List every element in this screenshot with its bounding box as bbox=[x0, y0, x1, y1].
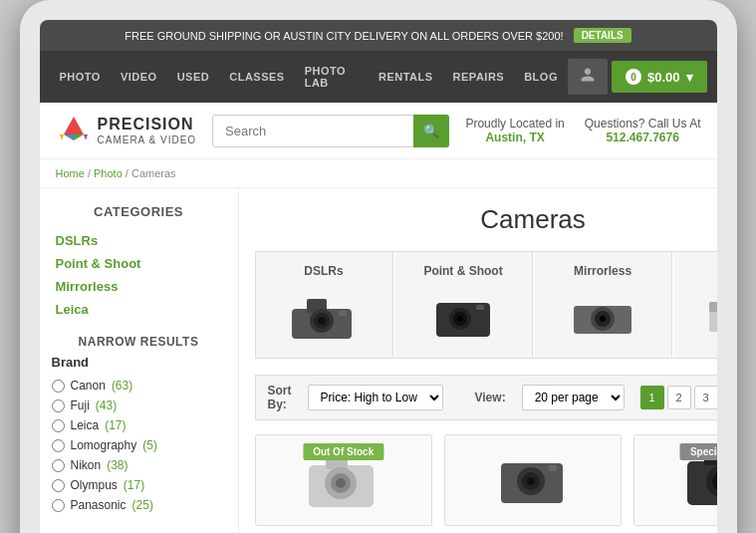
svg-point-30 bbox=[336, 478, 346, 488]
sidebar-cat-leica[interactable]: Leica bbox=[52, 298, 226, 321]
brand-panasonic-radio[interactable] bbox=[52, 499, 65, 512]
user-icon-button[interactable] bbox=[568, 59, 608, 95]
content-area: Cameras DSLRs bbox=[239, 188, 717, 533]
nav-used[interactable]: USED bbox=[167, 57, 220, 97]
product-badge-special-order: Special Order bbox=[680, 443, 717, 460]
state-name: TX bbox=[529, 131, 544, 144]
brand-fuji-radio[interactable] bbox=[52, 400, 65, 412]
tablet-frame: FREE GROUND SHIPPING OR AUSTIN CITY DELI… bbox=[20, 0, 737, 533]
svg-point-14 bbox=[457, 316, 463, 322]
product-card-2[interactable] bbox=[444, 434, 622, 526]
location-info: Proudly Located in Austin, TX bbox=[465, 117, 564, 144]
cat-tile-point-shoot-image bbox=[423, 286, 503, 346]
cat-tile-dslrs-image bbox=[284, 286, 364, 346]
cart-chevron-icon: ▾ bbox=[686, 70, 693, 85]
cart-count: 0 bbox=[626, 69, 641, 85]
nav-photo[interactable]: PHOTO bbox=[50, 57, 111, 97]
brand-fuji: Fuji (43) bbox=[52, 396, 226, 415]
page-1-button[interactable]: 1 bbox=[640, 386, 664, 409]
questions-label: Questions? Call Us At bbox=[585, 117, 701, 131]
logo-precision: PRECISION bbox=[98, 115, 197, 133]
nav-repairs[interactable]: REPAIRS bbox=[443, 57, 515, 97]
main-nav: PHOTO VIDEO USED CLASSES PHOTO LAB RENTA… bbox=[40, 51, 717, 103]
nav-blog[interactable]: BLOG bbox=[514, 57, 568, 97]
brand-panasonic: Panasonic (25) bbox=[52, 495, 226, 515]
cat-tile-leica-label: Leica bbox=[682, 264, 717, 278]
sidebar-cat-dslrs[interactable]: DSLRs bbox=[52, 229, 226, 252]
brand-lomography-radio[interactable] bbox=[52, 439, 65, 452]
brand-olympus: Olympus (17) bbox=[52, 475, 226, 495]
logo-icon bbox=[56, 113, 92, 148]
search-button[interactable]: 🔍 bbox=[413, 115, 449, 147]
svg-point-34 bbox=[527, 477, 535, 485]
svg-marker-2 bbox=[74, 134, 84, 140]
cat-tile-leica-image bbox=[702, 286, 716, 346]
product-card-1[interactable]: Out Of Stock bbox=[255, 434, 432, 526]
svg-rect-35 bbox=[549, 465, 557, 471]
cat-tile-point-shoot-label: Point & Shoot bbox=[403, 264, 524, 278]
cat-tile-leica[interactable]: Leica bbox=[674, 252, 717, 358]
main-layout: CATEGORIES DSLRs Point & Shoot Mirrorles… bbox=[40, 188, 717, 533]
breadcrumb: Home / Photo / Cameras bbox=[40, 159, 717, 188]
categories-title: CATEGORIES bbox=[52, 204, 226, 219]
site-header: PRECISION CAMERA & VIDEO 🔍 Proudly Locat… bbox=[40, 103, 717, 159]
product-badge-out-of-stock: Out Of Stock bbox=[303, 443, 383, 460]
breadcrumb-photo[interactable]: Photo bbox=[94, 167, 123, 179]
nav-rentals[interactable]: RENTALS bbox=[369, 57, 443, 97]
category-tiles: DSLRs bbox=[255, 251, 717, 359]
sidebar-cat-point-shoot[interactable]: Point & Shoot bbox=[52, 252, 226, 275]
svg-rect-21 bbox=[709, 302, 717, 312]
cart-button[interactable]: 0 $0.00 ▾ bbox=[612, 61, 707, 93]
search-bar: 🔍 bbox=[212, 115, 449, 147]
view-label: View: bbox=[475, 391, 506, 404]
svg-marker-4 bbox=[84, 134, 88, 140]
brand-nikon-radio[interactable] bbox=[52, 459, 65, 472]
page-2-button[interactable]: 2 bbox=[667, 386, 691, 409]
sidebar: CATEGORIES DSLRs Point & Shoot Mirrorles… bbox=[40, 188, 239, 533]
city-name: Austin, bbox=[485, 131, 526, 144]
brand-canon: Canon (63) bbox=[52, 376, 226, 396]
view-select[interactable]: 20 per page 40 per page bbox=[522, 385, 625, 410]
cat-tile-point-shoot[interactable]: Point & Shoot bbox=[395, 252, 533, 358]
cat-tile-mirrorless[interactable]: Mirrorless bbox=[535, 252, 672, 358]
logo-camera-video: CAMERA & VIDEO bbox=[98, 134, 197, 146]
product-image-2 bbox=[445, 435, 621, 525]
banner-details-button[interactable]: DETAILS bbox=[574, 28, 631, 43]
sort-view-bar: Sort By: Price: High to Low Price: Low t… bbox=[255, 375, 717, 420]
logo[interactable]: PRECISION CAMERA & VIDEO bbox=[56, 113, 197, 148]
svg-rect-10 bbox=[339, 311, 347, 316]
brand-olympus-radio[interactable] bbox=[52, 479, 65, 492]
tablet-screen: FREE GROUND SHIPPING OR AUSTIN CITY DELI… bbox=[40, 20, 717, 533]
phone-number[interactable]: 512.467.7676 bbox=[585, 131, 701, 144]
brand-nikon: Nikon (38) bbox=[52, 455, 226, 475]
svg-rect-15 bbox=[476, 305, 484, 310]
page-3-button[interactable]: 3 bbox=[694, 386, 717, 409]
narrow-results-title: NARROW RESULTS bbox=[52, 335, 226, 349]
brand-leica-radio[interactable] bbox=[52, 419, 65, 432]
brand-canon-radio[interactable] bbox=[52, 380, 65, 393]
sidebar-cat-mirrorless[interactable]: Mirrorless bbox=[52, 275, 226, 298]
breadcrumb-current: Cameras bbox=[131, 167, 176, 179]
cat-tile-dslrs[interactable]: DSLRs bbox=[256, 252, 393, 358]
banner: FREE GROUND SHIPPING OR AUSTIN CITY DELI… bbox=[40, 20, 717, 51]
nav-video[interactable]: VIDEO bbox=[111, 57, 167, 97]
brand-lomography: Lomography (5) bbox=[52, 435, 226, 455]
cat-tile-dslrs-label: DSLRs bbox=[264, 264, 384, 278]
banner-text: FREE GROUND SHIPPING OR AUSTIN CITY DELI… bbox=[125, 30, 563, 42]
nav-photolab[interactable]: PHOTO LAB bbox=[295, 51, 369, 103]
header-info: Proudly Located in Austin, TX Questions?… bbox=[465, 117, 700, 144]
svg-point-19 bbox=[600, 316, 606, 322]
cart-total: $0.00 bbox=[647, 70, 680, 85]
phone-info: Questions? Call Us At 512.467.7676 bbox=[585, 117, 701, 144]
product-card-3[interactable]: Special Order bbox=[633, 434, 716, 526]
user-icon bbox=[580, 67, 596, 83]
page-title: Cameras bbox=[255, 204, 717, 235]
sort-select[interactable]: Price: High to Low Price: Low to High Na… bbox=[308, 385, 443, 410]
cat-tile-mirrorless-image bbox=[563, 286, 642, 346]
pagination: 1 2 3 4 5 » bbox=[640, 386, 717, 409]
sort-label: Sort By: bbox=[268, 384, 292, 411]
breadcrumb-home[interactable]: Home bbox=[56, 167, 85, 179]
svg-point-9 bbox=[318, 317, 326, 325]
nav-classes[interactable]: CLASSES bbox=[219, 57, 294, 97]
cat-tile-mirrorless-label: Mirrorless bbox=[543, 264, 663, 278]
